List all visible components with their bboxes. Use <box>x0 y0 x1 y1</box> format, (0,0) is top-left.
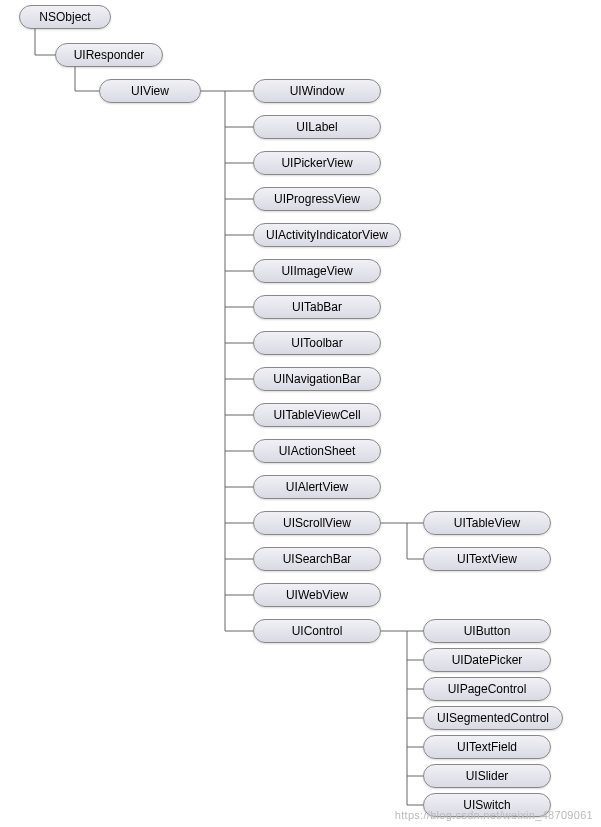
node-uiprogressview: UIProgressView <box>253 187 381 211</box>
node-uitabbar: UITabBar <box>253 295 381 319</box>
node-uiimageview: UIImageView <box>253 259 381 283</box>
node-uitableviewcell: UITableViewCell <box>253 403 381 427</box>
node-uitableview: UITableView <box>423 511 551 535</box>
node-uislider: UISlider <box>423 764 551 788</box>
node-uipickerview: UIPickerView <box>253 151 381 175</box>
node-uiactionsheet: UIActionSheet <box>253 439 381 463</box>
node-uiwebview: UIWebView <box>253 583 381 607</box>
node-uiscrollview: UIScrollView <box>253 511 381 535</box>
node-uipagecontrol: UIPageControl <box>423 677 551 701</box>
node-uidatepicker: UIDatePicker <box>423 648 551 672</box>
node-uinavigationbar: UINavigationBar <box>253 367 381 391</box>
node-uisegmentedcontrol: UISegmentedControl <box>423 706 563 730</box>
node-uitextfield: UITextField <box>423 735 551 759</box>
node-uiactivityindicatorview: UIActivityIndicatorView <box>253 223 401 247</box>
node-nsobject: NSObject <box>19 5 111 29</box>
node-uitextview: UITextView <box>423 547 551 571</box>
node-uiwindow: UIWindow <box>253 79 381 103</box>
node-uiview: UIView <box>99 79 201 103</box>
node-uilabel: UILabel <box>253 115 381 139</box>
node-uialertview: UIAlertView <box>253 475 381 499</box>
node-uisearchbar: UISearchBar <box>253 547 381 571</box>
node-uiresponder: UIResponder <box>55 43 163 67</box>
node-uicontrol: UIControl <box>253 619 381 643</box>
node-uitoolbar: UIToolbar <box>253 331 381 355</box>
watermark-text: https://blog.csdn.net/weixin_48709061 <box>395 809 593 821</box>
node-uibutton: UIButton <box>423 619 551 643</box>
